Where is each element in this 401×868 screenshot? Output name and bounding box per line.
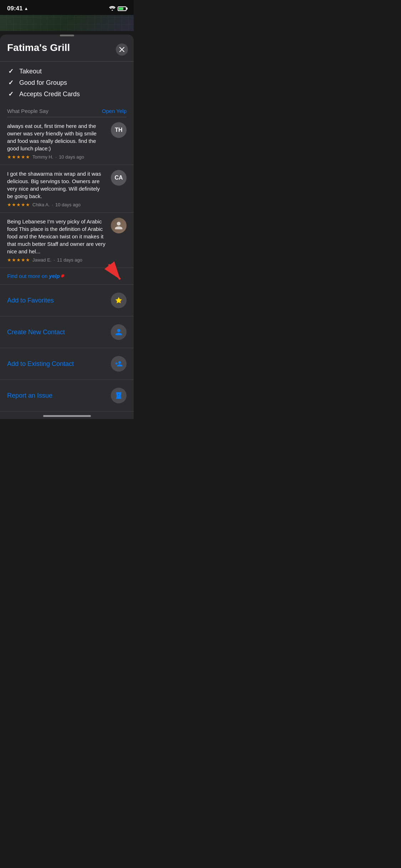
reviews-header: What People Say Open Yelp xyxy=(0,104,134,117)
create-contact-icon-circle xyxy=(111,324,127,340)
what-people-say-label: What People Say xyxy=(7,108,48,114)
battery-icon xyxy=(118,6,127,11)
reviewer-avatar: CA xyxy=(111,170,127,186)
review-item: Being Lebanese I'm very picky of Arabic … xyxy=(0,213,134,268)
star-rating: ★★★★★ xyxy=(7,154,30,160)
review-separator: · xyxy=(56,154,57,160)
review-text: Being Lebanese I'm very picky of Arabic … xyxy=(7,218,107,255)
reviewer-avatar-photo xyxy=(111,218,127,233)
yelp-footer[interactable]: Find out more on yelp✸ xyxy=(0,268,134,285)
review-time: 11 days ago xyxy=(57,257,82,263)
feature-takeout: ✓ Takeout xyxy=(7,67,127,75)
add-existing-icon-circle xyxy=(111,356,127,372)
favorites-icon-circle xyxy=(111,293,127,308)
checkmark-icon: ✓ xyxy=(7,79,14,87)
review-text: I got the shawarma mix wrap and it was d… xyxy=(7,170,107,200)
red-arrow-annotation xyxy=(102,261,127,286)
add-favorites-label: Add to Favorites xyxy=(7,297,54,304)
star-rating: ★★★★★ xyxy=(7,202,30,207)
person-icon xyxy=(115,328,123,336)
detail-sheet: Fatima's Grill ✓ Takeout ✓ Good for Grou… xyxy=(0,35,134,419)
wifi-icon xyxy=(109,6,115,12)
review-time: 10 days ago xyxy=(55,202,81,207)
yelp-logo: yelp✸ xyxy=(49,273,64,279)
home-bar xyxy=(43,415,91,417)
review-footer: ★★★★★ Tommy H. · 10 days ago xyxy=(7,154,107,160)
star-rating: ★★★★★ xyxy=(7,257,30,263)
close-button[interactable] xyxy=(116,43,128,56)
review-time: 10 days ago xyxy=(59,154,84,160)
review-separator: · xyxy=(52,202,53,207)
review-author: Chika A. xyxy=(32,202,50,207)
place-title: Fatima's Grill xyxy=(7,42,116,53)
flag-icon xyxy=(115,392,123,399)
report-icon-circle xyxy=(111,388,127,403)
report-issue-action[interactable]: Report an Issue xyxy=(0,380,134,412)
review-item: I got the shawarma mix wrap and it was d… xyxy=(0,165,134,213)
reviewer-avatar: TH xyxy=(111,122,127,138)
review-author: Jawad E. xyxy=(32,257,51,263)
review-footer: ★★★★★ Jawad E. · 11 days ago xyxy=(7,257,107,263)
status-bar: 09:41 ▲ xyxy=(0,0,134,15)
person-add-icon xyxy=(115,360,123,368)
checkmark-icon: ✓ xyxy=(7,67,14,75)
home-indicator xyxy=(0,412,134,419)
svg-line-1 xyxy=(109,264,120,279)
status-time: 09:41 ▲ xyxy=(7,5,28,12)
add-existing-contact-action[interactable]: Add to Existing Contact xyxy=(0,348,134,380)
review-footer: ★★★★★ Chika A. · 10 days ago xyxy=(7,202,107,207)
report-issue-label: Report an Issue xyxy=(7,392,52,399)
map-background xyxy=(0,15,134,31)
feature-cards: ✓ Accepts Credit Cards xyxy=(7,90,127,98)
open-yelp-button[interactable]: Open Yelp xyxy=(102,108,127,114)
create-contact-action[interactable]: Create New Contact xyxy=(0,316,134,348)
add-to-favorites-action[interactable]: Add to Favorites xyxy=(0,285,134,316)
find-more-yelp-link[interactable]: Find out more on yelp✸ xyxy=(7,273,64,279)
review-text: always eat out, first time here and the … xyxy=(7,122,107,152)
feature-groups: ✓ Good for Groups xyxy=(7,79,127,87)
star-icon xyxy=(115,296,123,304)
features-list: ✓ Takeout ✓ Good for Groups ✓ Accepts Cr… xyxy=(0,62,134,104)
checkmark-icon: ✓ xyxy=(7,90,14,98)
review-separator: · xyxy=(53,257,55,263)
review-item: always eat out, first time here and the … xyxy=(0,117,134,165)
add-existing-label: Add to Existing Contact xyxy=(7,360,74,368)
status-icons xyxy=(109,6,127,12)
create-contact-label: Create New Contact xyxy=(7,329,65,336)
yelp-burst-icon: ✸ xyxy=(60,273,64,279)
location-icon: ▲ xyxy=(24,6,28,11)
sheet-header: Fatima's Grill xyxy=(0,36,134,61)
review-author: Tommy H. xyxy=(32,154,53,160)
